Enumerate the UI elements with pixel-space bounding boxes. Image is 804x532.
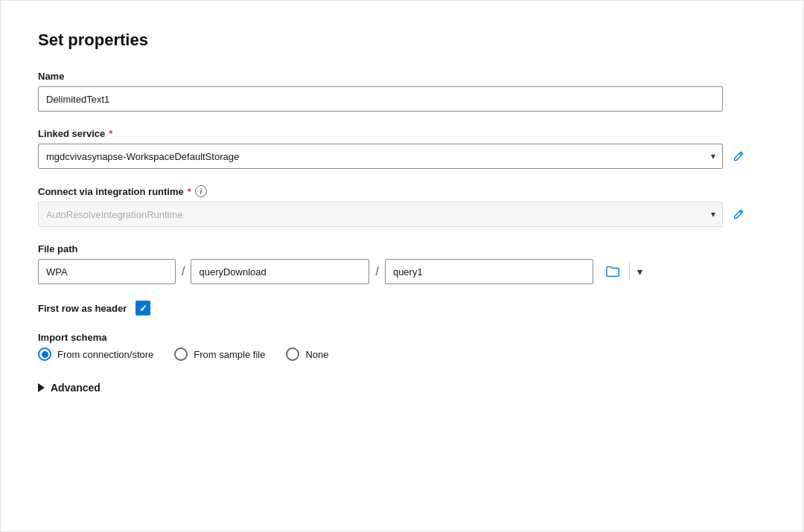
advanced-triangle-icon <box>38 383 45 392</box>
folder-icon <box>605 264 620 279</box>
file-path-input-3[interactable] <box>385 259 593 284</box>
radio-from-sample[interactable]: From sample file <box>174 347 265 361</box>
pencil-icon <box>732 150 745 163</box>
path-separator-1: / <box>182 265 185 278</box>
set-properties-panel: Set properties Name Linked service * mgd… <box>0 0 804 532</box>
file-path-input-2[interactable] <box>191 259 369 284</box>
import-schema-label: Import schema <box>38 332 766 343</box>
info-icon[interactable]: i <box>195 185 207 197</box>
linked-service-section: Linked service * mgdcvivasynapse-Workspa… <box>38 128 766 169</box>
chevron-down-icon: ▾ <box>637 266 642 278</box>
file-path-section: File path / / ▾ <box>38 243 766 284</box>
integration-runtime-required: * <box>188 186 191 197</box>
first-row-header-checkbox[interactable]: ✓ <box>135 301 150 315</box>
radio-from-connection-label: From connection/store <box>57 349 153 360</box>
radio-from-sample-outer <box>174 347 188 361</box>
first-row-header-label: First row as header <box>38 303 127 314</box>
import-schema-section: Import schema From connection/store From… <box>38 332 766 361</box>
radio-none-outer <box>286 347 299 361</box>
integration-runtime-select[interactable]: AutoResolveIntegrationRuntime <box>38 202 723 227</box>
radio-from-sample-label: From sample file <box>194 349 265 360</box>
browse-folder-button[interactable] <box>599 261 626 282</box>
radio-from-connection[interactable]: From connection/store <box>38 347 153 361</box>
integration-runtime-select-wrapper: AutoResolveIntegrationRuntime ▾ <box>38 202 723 227</box>
first-row-header-section: First row as header ✓ <box>38 301 766 315</box>
radio-none-label: None <box>305 349 328 360</box>
integration-runtime-label: Connect via integration runtime * i <box>38 185 766 197</box>
integration-runtime-edit-button[interactable] <box>729 205 748 224</box>
file-path-dropdown-button[interactable]: ▾ <box>633 263 647 281</box>
linked-service-label: Linked service * <box>38 128 766 139</box>
radio-from-connection-outer <box>38 347 51 361</box>
linked-service-select[interactable]: mgdcvivasynapse-WorkspaceDefaultStorage <box>38 144 723 169</box>
advanced-label: Advanced <box>51 382 100 394</box>
linked-service-row: mgdcvivasynapse-WorkspaceDefaultStorage … <box>38 144 766 169</box>
file-path-label: File path <box>38 243 766 254</box>
file-path-inputs-row: / / ▾ <box>38 259 766 284</box>
advanced-section[interactable]: Advanced <box>38 379 766 397</box>
name-section: Name <box>38 71 766 112</box>
checkmark-icon: ✓ <box>139 304 147 313</box>
radio-from-connection-inner <box>42 351 48 358</box>
name-input[interactable] <box>38 86 723 112</box>
vertical-divider <box>629 263 630 281</box>
linked-service-select-wrapper: mgdcvivasynapse-WorkspaceDefaultStorage … <box>38 144 723 169</box>
file-path-input-1[interactable] <box>38 259 176 284</box>
integration-runtime-row: AutoResolveIntegrationRuntime ▾ <box>38 202 766 227</box>
import-schema-radio-group: From connection/store From sample file N… <box>38 347 766 361</box>
path-separator-2: / <box>375 265 378 278</box>
integration-runtime-section: Connect via integration runtime * i Auto… <box>38 185 766 227</box>
pencil-icon-2 <box>732 208 745 221</box>
name-label: Name <box>38 71 766 82</box>
radio-none[interactable]: None <box>286 347 328 361</box>
page-title: Set properties <box>38 31 766 50</box>
linked-service-required: * <box>109 128 112 139</box>
linked-service-edit-button[interactable] <box>729 147 748 166</box>
